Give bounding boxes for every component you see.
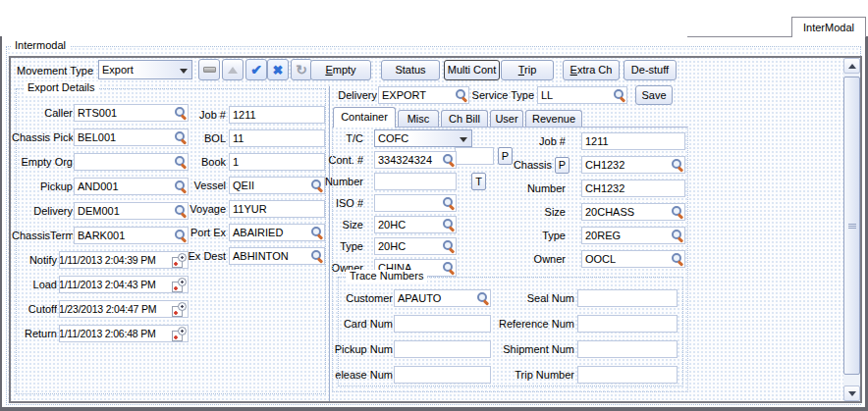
export-mid-port-ex-label: Port Ex: [156, 224, 226, 241]
export-delivery-value: DEM001: [78, 204, 120, 219]
refresh-button[interactable]: ↻: [291, 59, 312, 80]
intermodal-group-title: Intermodal: [11, 39, 70, 52]
trip-button[interactable]: Trip: [501, 60, 554, 80]
export-mid-ex-dest-value: ABHINTON: [233, 249, 289, 264]
export-notify-value: 1/11/2013 2:04:39 PM: [63, 253, 156, 268]
export-mid-voyage-value: 11YUR: [233, 202, 267, 217]
export-notify-label: Notify: [12, 251, 57, 269]
delivery-header-label: Delivery: [332, 86, 377, 104]
service-type-field[interactable]: LL: [537, 86, 627, 104]
export-mid-port-ex-value: ABAIRIED: [233, 226, 283, 240]
export-mid-vessel-label: Vessel: [156, 177, 226, 194]
export-caller-value: RTS001: [78, 106, 117, 121]
cancel-x-icon: ✖: [273, 64, 284, 77]
confirm-check-icon: ✔: [250, 63, 262, 77]
export-caller-label: Caller: [12, 104, 73, 122]
export-mid-bol-value: 11: [233, 131, 244, 146]
de-stuff-button[interactable]: De-stuff: [624, 60, 677, 80]
collapse-up-button[interactable]: [222, 59, 244, 80]
delivery-header-field[interactable]: EXPORT: [378, 86, 469, 104]
export-mid-bol-label: BOL: [156, 129, 226, 147]
export-cutoff-value: 1/23/2013 2:04:47 PM: [63, 302, 156, 317]
export-empty-org-label: Empty Org: [12, 153, 73, 171]
export-load-value: 1/11/2013 2:04:43 PM: [63, 278, 156, 292]
export-mid-book-label: Book: [156, 153, 226, 171]
export-load-label: Load: [12, 276, 57, 293]
export-mid-book-value: 1: [233, 155, 239, 170]
doc-tab-intermodal[interactable]: InterModal: [791, 17, 866, 37]
vertical-scrollbar[interactable]: [843, 58, 860, 401]
minus-button[interactable]: [198, 59, 220, 80]
movement-type-select[interactable]: Export: [98, 60, 192, 79]
export-chassisterm-value: BARK001: [78, 229, 125, 243]
down-arrow-icon: [848, 391, 856, 396]
export-chassisterm-label: ChassisTerm: [12, 227, 73, 244]
status-button[interactable]: Status: [381, 60, 440, 80]
lookup-icon[interactable]: [613, 89, 625, 102]
export-return-label: Return: [12, 325, 57, 342]
calendar-clock-icon[interactable]: [172, 302, 188, 317]
export-return-field[interactable]: 1/11/2013 2:06:48 PM: [59, 325, 189, 342]
up-triangle-icon: [228, 67, 238, 74]
cancel-button[interactable]: ✖: [267, 59, 289, 80]
export-chassis-pick-value: BEL001: [78, 130, 116, 145]
calendar-clock-icon[interactable]: [172, 278, 188, 292]
export-mid-ex-dest-label: Ex Dest: [156, 247, 226, 265]
export-mid-voyage-label: Voyage: [156, 200, 226, 218]
export-mid-job-field[interactable]: 1211: [229, 106, 325, 124]
tab-misc[interactable]: Misc: [398, 110, 439, 127]
export-mid-vessel-value: QEII: [233, 179, 254, 193]
minus-bar-icon: [203, 67, 216, 73]
export-mid-job-label: Job #: [156, 106, 226, 124]
tab-user[interactable]: User: [490, 110, 523, 127]
delivery-header-value: EXPORT: [382, 88, 426, 103]
tab-container[interactable]: Container: [333, 107, 396, 128]
export-pickup-label: Pickup: [12, 178, 73, 195]
export-return-value: 1/11/2013 2:06:48 PM: [63, 327, 156, 341]
export-delivery-label: Delivery: [12, 202, 73, 220]
app-window: InterModal Intermodal Movement Type Expo…: [0, 0, 868, 411]
service-type-value: LL: [541, 88, 553, 103]
up-arrow-icon: [848, 64, 856, 69]
export-chassis-pick-label: Chassis Pick: [12, 128, 73, 146]
export-load-field[interactable]: 1/11/2013 2:04:43 PM: [59, 276, 189, 293]
scrollbar-thumb[interactable]: [843, 77, 860, 375]
scroll-down-button[interactable]: [843, 385, 860, 401]
apply-button[interactable]: ✔: [245, 59, 267, 80]
dropdown-arrow-icon[interactable]: [180, 69, 188, 74]
doc-tab-baseline: [687, 36, 792, 37]
service-type-label: Service Type: [462, 86, 534, 104]
calendar-clock-icon[interactable]: [172, 327, 188, 341]
main-panel: Movement Type Export ✔ ✖ ↻ Export Detail…: [9, 56, 862, 403]
movement-type-value: Export: [102, 62, 134, 78]
save-button[interactable]: Save: [635, 85, 673, 105]
multi-cont-button[interactable]: Multi Cont: [444, 60, 500, 80]
export-details-title: Export Details: [24, 81, 98, 94]
empty-button[interactable]: Empty: [310, 60, 371, 80]
movement-type-label: Movement Type: [17, 62, 93, 79]
tab-revenue[interactable]: Revenue: [525, 110, 582, 127]
tab-ch-bill[interactable]: Ch Bill: [441, 110, 488, 127]
extra-ch-button[interactable]: Extra Ch: [563, 60, 620, 80]
export-cutoff-label: Cutoff: [12, 300, 57, 318]
refresh-icon: ↻: [296, 63, 307, 77]
trace-numbers-groupbox: [338, 277, 683, 386]
trace-numbers-title: Trace Numbers: [346, 270, 427, 283]
scroll-up-button[interactable]: [843, 58, 860, 74]
export-pickup-value: AND001: [78, 180, 119, 194]
export-cutoff-field[interactable]: 1/23/2013 2:04:47 PM: [59, 300, 189, 318]
export-mid-job-value: 1211: [233, 108, 256, 123]
